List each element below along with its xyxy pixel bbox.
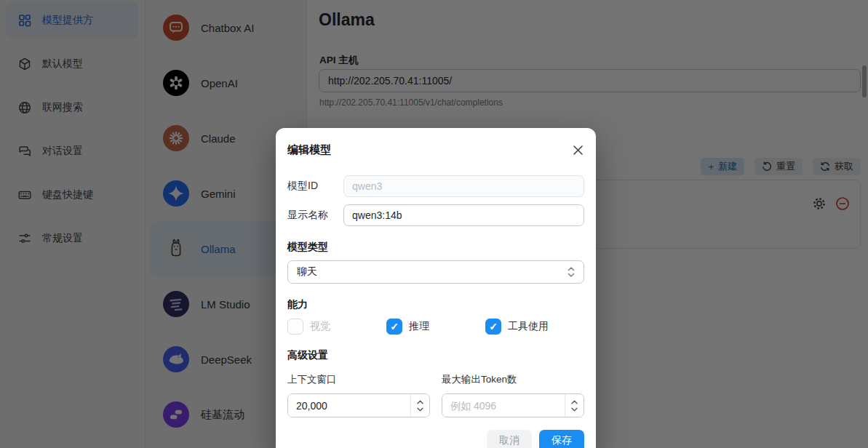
model-id-input[interactable] [343, 175, 584, 197]
max-tokens-field [442, 393, 584, 417]
max-tokens-input[interactable] [442, 394, 565, 417]
context-window-field [287, 393, 430, 417]
capability-tool-use[interactable]: ✓ 工具使用 [485, 319, 584, 335]
advanced-settings-label: 高级设置 [287, 349, 584, 362]
select-chevrons-icon [568, 266, 575, 278]
edit-model-dialog: 编辑模型 模型ID 显示名称 模型类型 聊天 能力 ✓ 视觉 ✓ 推 [276, 128, 596, 448]
context-window-input[interactable] [288, 394, 410, 417]
model-id-label: 模型ID [287, 180, 343, 193]
save-button[interactable]: 保存 [539, 430, 584, 448]
chevron-down-icon [571, 407, 578, 412]
model-type-label: 模型类型 [287, 241, 584, 254]
display-name-input[interactable] [343, 204, 584, 226]
tool-use-checkbox[interactable]: ✓ [485, 319, 501, 335]
display-name-label: 显示名称 [287, 209, 343, 222]
chevron-down-icon [417, 407, 423, 412]
settings-window: 模型提供方 默认模型 联网搜索 对话设置 键盘快捷键 常规设置 Chat [0, 0, 868, 448]
capability-reasoning[interactable]: ✓ 推理 [386, 319, 485, 335]
max-tokens-stepper[interactable] [565, 394, 584, 417]
max-tokens-label: 最大输出Token数 [442, 373, 584, 386]
model-type-select[interactable]: 聊天 [287, 260, 584, 284]
vision-checkbox[interactable]: ✓ [287, 319, 303, 335]
reasoning-checkbox[interactable]: ✓ [386, 319, 402, 335]
dialog-title: 编辑模型 [287, 143, 331, 157]
close-icon[interactable] [572, 144, 584, 156]
chevron-up-icon [417, 400, 423, 404]
context-window-stepper[interactable] [410, 394, 429, 417]
capability-vision[interactable]: ✓ 视觉 [287, 319, 386, 335]
capabilities-label: 能力 [287, 298, 584, 311]
context-window-label: 上下文窗口 [287, 373, 430, 386]
chevron-up-icon [571, 400, 578, 404]
model-type-value: 聊天 [297, 265, 317, 279]
cancel-button[interactable]: 取消 [487, 430, 532, 448]
capabilities-group: ✓ 视觉 ✓ 推理 ✓ 工具使用 [287, 319, 584, 335]
